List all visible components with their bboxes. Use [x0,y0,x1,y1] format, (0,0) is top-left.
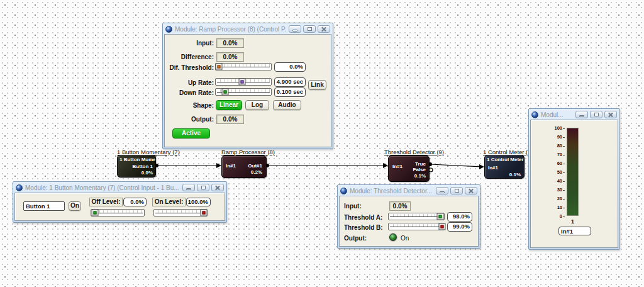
block-control-meter[interactable]: 1 Control Meter In#1 0.1% [484,155,525,179]
threshold-b-slider[interactable] [388,223,445,230]
on-level-handle[interactable] [200,210,207,217]
off-level-slider[interactable] [91,209,145,217]
port-in[interactable]: In#1 [392,164,402,169]
block-value: 0.1% [509,172,521,177]
port-true[interactable]: True [415,161,426,167]
on-level-value[interactable]: 100.0% [186,198,211,206]
app-orb-icon [531,111,538,118]
meter-input-name[interactable] [558,227,591,235]
output-readout: 0.0% [216,115,244,124]
button-name-input[interactable] [23,201,65,211]
link-button[interactable]: Link [308,80,326,90]
window-control-meter[interactable]: Modul... 100 90 80 70 60 50 40 30 20 10 … [528,108,620,250]
shape-linear-button[interactable]: Linear [216,100,242,110]
close-icon [321,26,326,31]
minimize-icon [292,30,297,31]
down-rate-slider[interactable] [215,88,272,96]
titlebar[interactable]: Modul... [530,110,618,120]
input-arrow-threshold[interactable] [383,163,388,168]
minimize-button[interactable] [575,111,588,118]
maximize-icon [594,113,599,116]
window-button-momentary[interactable]: Module: 1 Button Momentary (7) (Control … [13,181,227,223]
output-label: Output: [344,235,388,242]
scale-tick-30: 30 [548,187,562,193]
off-level-label: Off Level: [89,198,123,206]
dif-threshold-handle[interactable] [216,64,223,70]
close-button[interactable] [211,184,224,191]
scale-tick-100: 100 [548,125,562,131]
threshold-a-slider[interactable] [388,213,445,220]
titlebar[interactable]: Module: Threshold Detector... [339,186,479,196]
block-button-momentary[interactable]: 1 Button Momen Button 1 0.0% [117,155,156,177]
wire-threshold-to-meter[interactable] [430,164,483,167]
maximize-button[interactable] [303,25,316,33]
port-in[interactable]: In#1 [226,163,236,169]
titlebar[interactable]: Module: 1 Button Momentary (7) (Control … [14,183,225,193]
port-out-button1[interactable]: Button 1 [133,164,153,169]
port-out[interactable]: Out#1 [248,163,262,169]
on-level-slider[interactable] [153,209,208,217]
up-rate-value[interactable]: 4.900 sec [274,77,306,87]
close-icon [215,185,220,190]
window-content: On Off Level: 0.0% On Level: 100.0% [14,193,225,221]
dif-threshold-slider[interactable] [215,63,272,70]
block-label-ramp: Ramp Processor (8) [221,149,275,155]
input-arrow-meter[interactable] [479,164,484,169]
difference-readout: 0.0% [216,52,244,62]
close-button[interactable] [318,25,330,33]
handle-chip [441,225,444,228]
maximize-button[interactable] [197,184,209,191]
output-label: Output: [165,116,214,123]
on-button[interactable]: On [69,201,81,211]
titlebar[interactable]: Module: Ramp Processor (8) (Control P... [164,25,331,34]
block-ramp-processor[interactable]: In#1 Out#1 0.2% [221,155,267,178]
window-title: Module: 1 Button Momentary (7) (Control … [25,184,180,191]
maximize-button[interactable] [590,111,602,118]
slider-ticks [390,214,443,217]
scale-tick-60: 60 [548,160,562,166]
minimize-button[interactable] [182,184,195,191]
threshold-b-value[interactable]: 99.0% [447,222,472,232]
off-level-handle[interactable] [91,210,98,217]
dif-threshold-value[interactable]: 0.0% [274,62,306,72]
window-title: Module: Threshold Detector... [350,188,433,194]
slider-ticks [155,210,206,213]
threshold-a-value[interactable]: 98.0% [447,212,472,222]
input-label: Input: [165,40,214,47]
block-threshold-detector[interactable]: In#1 True False 0.1% [388,155,430,182]
handle-chip [93,211,96,215]
port-false[interactable]: False [413,167,426,172]
close-button[interactable] [604,111,617,118]
window-content: 100 90 80 70 60 50 40 30 20 10 0 1 [530,120,618,248]
design-canvas[interactable]: 1 Button Momentary (7) 1 Button Momen Bu… [0,0,644,287]
handle-chip [241,81,244,84]
down-rate-value[interactable]: 0.100 sec [274,87,306,97]
handle-chip [438,215,441,218]
port-in[interactable]: In#1 [488,165,498,171]
threshold-b-handle[interactable] [439,223,446,230]
minimize-button[interactable] [436,187,448,194]
up-rate-handle[interactable] [239,79,246,86]
block-value: 0.0% [142,170,153,176]
window-threshold-detector[interactable]: Module: Threshold Detector... Input: 0.0… [337,184,480,249]
minimize-button[interactable] [289,25,301,33]
off-level-value[interactable]: 0.0% [123,198,147,206]
close-icon [608,112,613,117]
scale-tick-50: 50 [548,169,562,175]
down-rate-handle[interactable] [221,89,228,96]
shape-log-button[interactable]: Log [245,100,269,110]
up-rate-label: Up Rate: [165,79,214,86]
input-arrow-ramp[interactable] [216,163,221,168]
threshold-a-handle[interactable] [436,213,443,220]
maximize-button[interactable] [450,187,463,194]
channel-label: 1 [567,218,579,225]
block-value: 0.2% [251,169,262,175]
scale-tick-90: 90 [548,134,562,140]
shape-audio-button[interactable]: Audio [273,100,301,110]
close-button[interactable] [465,187,477,194]
active-button[interactable]: Active [172,128,210,138]
up-rate-slider[interactable] [215,78,272,86]
input-label: Input: [344,203,388,210]
window-ramp-processor[interactable]: Module: Ramp Processor (8) (Control P...… [162,23,333,149]
app-orb-icon [16,184,23,191]
